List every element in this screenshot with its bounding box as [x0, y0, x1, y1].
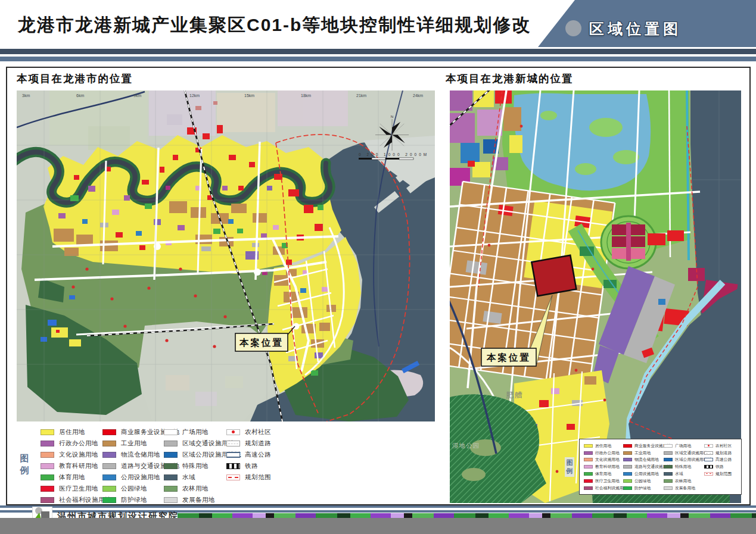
legend-swatch [584, 458, 593, 461]
right-map-title: 本项目在龙港新城的位置 [446, 71, 574, 86]
legend-swatch [102, 497, 116, 503]
legend-swatch [664, 451, 673, 455]
legend-swatch [623, 479, 632, 483]
railway-icon [226, 463, 240, 469]
legend-swatch [623, 486, 632, 490]
legend-swatch [164, 452, 178, 458]
legend-swatch [664, 458, 673, 461]
svg-text:本案位置: 本案位置 [486, 352, 531, 363]
header-banner: 区域位置图 [538, 0, 756, 47]
svg-text:N: N [391, 114, 394, 118]
svg-text:本案位置: 本案位置 [239, 338, 284, 348]
legend-item: 农林用地 [164, 483, 241, 494]
legend-swatch [164, 497, 178, 503]
legend-swatch [664, 465, 673, 469]
village-dot-icon [704, 444, 713, 448]
svg-text:肥艚: 肥艚 [506, 391, 524, 399]
plan-sheet: 龙港市龙港新城产业集聚区C01-b等地块控制性详细规划修改 区域位置图 本项目在… [0, 0, 756, 534]
legend-swatch [664, 444, 673, 448]
svg-text:9km: 9km [133, 93, 141, 98]
legend-item: 社会福利设施用地 [41, 494, 111, 505]
header-rule-dark [0, 49, 756, 54]
legend-item: 居住用地 [41, 426, 111, 438]
footer-rule-top [0, 505, 756, 508]
legend-item: 发展备用地 [664, 485, 711, 492]
svg-text:24km: 24km [413, 93, 423, 98]
legend-swatch [623, 472, 632, 476]
legend-swatch [41, 429, 54, 435]
expressway-icon [704, 458, 713, 461]
legend-swatch [584, 444, 593, 448]
railway-icon [704, 465, 713, 469]
svg-text:21km: 21km [356, 93, 366, 98]
legend-swatch [102, 474, 116, 480]
legend-swatch [102, 463, 116, 469]
site-callout: 本案位置 [481, 348, 536, 366]
legend-item: 教育科研用地 [41, 460, 111, 471]
left-legend: 图例 居住用地 行政办公用地 文化设施用地 教育科研用地 体育用地 医疗卫生用地… [17, 425, 285, 505]
legend-swatch [41, 463, 54, 469]
legend-swatch [584, 479, 593, 483]
legend-swatch [164, 486, 178, 492]
planned-road-icon [226, 441, 240, 446]
legend-item: 行政办公用地 [584, 449, 627, 457]
expressway-icon [226, 452, 240, 458]
village-dot-icon [226, 429, 240, 435]
legend-item: 高速公路 [226, 449, 271, 460]
legend-item: 规划范围 [704, 470, 732, 477]
legend-swatch [664, 486, 673, 490]
legend-swatch [623, 465, 632, 469]
legend-swatch [623, 451, 632, 455]
legend-item: 铁路 [704, 463, 732, 470]
svg-text:12km: 12km [189, 93, 200, 98]
longgang-city-map: 3km 6km 9km 12km 15km 18km 21km 24km N 0… [17, 90, 435, 421]
legend-swatch [164, 441, 178, 446]
legend-swatch [164, 474, 178, 480]
legend-swatch [102, 452, 116, 458]
legend-swatch [102, 441, 116, 446]
svg-text:15km: 15km [244, 93, 254, 98]
legend-item: 教育科研用地 [584, 463, 627, 470]
legend-swatch [584, 451, 593, 455]
planning-range-icon [226, 474, 240, 480]
legend-swatch [664, 479, 673, 483]
legend-heading: 图例 [19, 452, 30, 477]
legend-item: 文化设施用地 [41, 449, 111, 460]
legend-item: 农林用地 [664, 477, 711, 485]
page-title: 龙港市龙港新城产业集聚区C01-b等地块控制性详细规划修改 [18, 13, 531, 38]
legend-item: 社会福利设施用地 [584, 485, 627, 492]
legend-swatch [41, 474, 54, 480]
legend-item: 规划道路 [226, 438, 271, 449]
legend-swatch [41, 486, 54, 492]
svg-text:6km: 6km [76, 93, 84, 98]
legend-item: 规划范围 [226, 471, 271, 483]
legend-item: 体育用地 [584, 470, 627, 477]
svg-text:18km: 18km [301, 93, 311, 98]
svg-text:湿地公园: 湿地公园 [452, 442, 480, 449]
planned-road-icon [704, 451, 713, 455]
legend-swatch [41, 497, 54, 503]
planning-range-icon [704, 472, 713, 476]
sheet-name: 区域位置图 [589, 19, 682, 39]
legend-item: 农村社区 [704, 442, 732, 449]
legend-item: 铁路 [226, 460, 271, 471]
legend-swatch [164, 429, 178, 435]
legend-heading: 图例 [565, 457, 574, 477]
legend-item: 体育用地 [41, 471, 111, 483]
left-map-title: 本项目在龙港市的位置 [17, 71, 133, 86]
legend-swatch [664, 472, 673, 476]
legend-item: 农村社区 [226, 426, 271, 438]
legend-swatch [164, 463, 178, 469]
legend-swatch [102, 429, 116, 435]
legend-swatch [623, 458, 632, 461]
legend-item: 规划道路 [704, 449, 732, 457]
bullet-circle-icon [565, 20, 581, 36]
legend-swatch [584, 472, 593, 476]
legend-swatch [41, 452, 54, 458]
svg-text:3km: 3km [22, 93, 30, 98]
legend-item: 文化设施用地 [584, 457, 627, 464]
header-rule-blue [0, 57, 756, 61]
legend-item: 发展备用地 [164, 494, 241, 505]
bottom-gray-bar [0, 518, 756, 534]
legend-swatch [41, 441, 54, 446]
